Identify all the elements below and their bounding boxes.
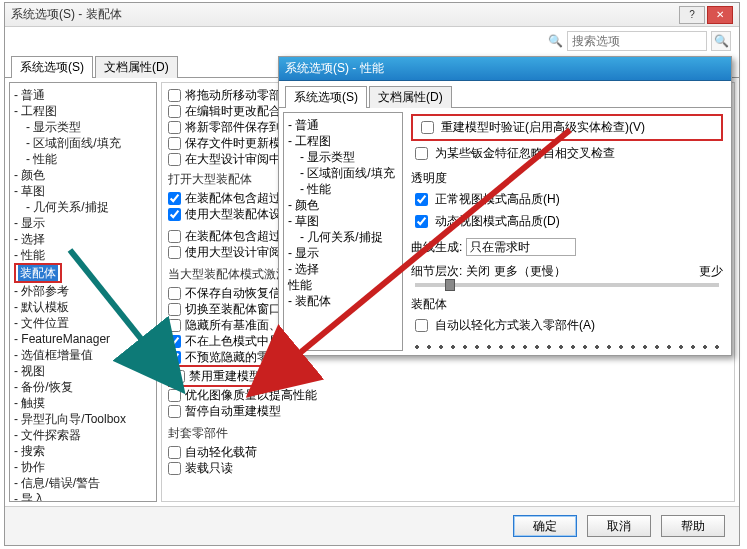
curve-mode-input[interactable] [466,238,576,256]
tree-item[interactable]: - 几何关系/捕捉 [286,229,400,245]
tree-item[interactable]: - 草图 [12,183,154,199]
tree-item[interactable]: - 工程图 [12,103,154,119]
tree-item[interactable]: - 协作 [12,459,154,475]
tree-item[interactable]: - 选择 [12,231,154,247]
search-bar: 🔍 🔍 [5,27,739,55]
tree-item[interactable]: 装配体 [12,263,154,283]
detail-slider[interactable] [415,283,719,287]
transparency-title: 透明度 [411,170,723,187]
detail-left: 关闭 [466,263,490,280]
chk-trans-normal[interactable] [415,193,428,206]
dialog-title: 系统选项(S) - 装配体 [11,6,679,23]
curve-label: 曲线生成: [411,239,462,256]
assembly-title: 装配体 [411,296,723,313]
dialog-buttons: 确定 取消 帮助 [5,506,739,545]
help-icon[interactable]: ? [679,6,705,24]
tree-item[interactable]: - 装配体 [286,293,400,309]
option-checkbox[interactable]: 自动轻化载荷 [168,444,728,460]
tree-item[interactable]: - 外部参考 [12,283,154,299]
option-checkbox[interactable]: 装载只读 [168,460,728,476]
search-button[interactable]: 🔍 [711,31,731,51]
tree-item[interactable]: - 显示类型 [12,119,154,135]
tree-item[interactable]: - 选择 [286,261,400,277]
tree-item[interactable]: - 颜色 [286,197,400,213]
tree-item[interactable]: - 文件探索器 [12,427,154,443]
tab-doc-properties[interactable]: 文档属性(D) [95,56,178,78]
tree-item[interactable]: - 普通 [12,87,154,103]
tab-bar-front: 系统选项(S) 文档属性(D) [279,85,731,108]
tree-item[interactable]: - 异型孔向导/Toolbox [12,411,154,427]
options-panel-front: 重建模型时验证(启用高级实体检查)(V) 为某些钣金特征忽略自相交叉检查 透明度… [407,112,727,351]
tree-item[interactable]: - 性能 [286,181,400,197]
tree-item[interactable]: - 显示类型 [286,149,400,165]
tree-item[interactable]: - 视图 [12,363,154,379]
tree-item[interactable]: - 颜色 [12,167,154,183]
tree-item[interactable]: - 触摸 [12,395,154,411]
tree-item[interactable]: - 草图 [286,213,400,229]
tree-item[interactable]: - 搜索 [12,443,154,459]
ok-button[interactable]: 确定 [513,515,577,537]
search-icon: 🔍 [548,34,563,48]
close-icon[interactable]: ✕ [707,6,733,24]
option-checkbox[interactable]: 优化图像质量以提高性能 [168,387,728,403]
chk-ignore-self-intersect[interactable] [415,147,428,160]
titlebar-front[interactable]: 系统选项(S) - 性能 [279,57,731,81]
option-checkbox[interactable]: 禁用重建模型检查 [172,368,285,384]
tree-item[interactable]: - 显示 [12,215,154,231]
tree-item[interactable]: - 选值框增量值 [12,347,154,363]
chk-trans-dynamic[interactable] [415,215,428,228]
chk-verify-on-rebuild[interactable] [421,121,434,134]
tree-item[interactable]: - 文件位置 [12,315,154,331]
dialog-title-front: 系统选项(S) - 性能 [285,60,725,77]
tree-item[interactable]: - 性能 [12,151,154,167]
tree-item[interactable]: - 默认模板 [12,299,154,315]
tab-system-options-front[interactable]: 系统选项(S) [285,86,367,108]
detail-label: 细节层次: [411,263,462,280]
tree-item[interactable]: 性能 [286,277,400,293]
option-checkbox[interactable]: 暂停自动重建模型 [168,403,728,419]
tree-item[interactable]: - 备份/恢复 [12,379,154,395]
search-input[interactable] [567,31,707,51]
category-tree[interactable]: - 普通- 工程图- 显示类型- 区域剖面线/填充- 性能- 颜色- 草图- 几… [9,82,157,502]
tree-item[interactable]: - 工程图 [286,133,400,149]
tab-system-options[interactable]: 系统选项(S) [11,56,93,78]
detail-right: 更少 [699,263,723,280]
tree-item[interactable]: - 普通 [286,117,400,133]
tree-item[interactable]: - 显示 [286,245,400,261]
cancel-button[interactable]: 取消 [587,515,651,537]
tree-item[interactable]: - 性能 [12,247,154,263]
detail-mid: 更多（更慢） [494,263,566,280]
highlight-disable-rebuild-check: 禁用重建模型检查 [168,365,289,387]
highlight-verify-on-rebuild: 重建模型时验证(启用高级实体检查)(V) [411,114,723,141]
tree-item[interactable]: - FeatureManager [12,331,154,347]
tree-item[interactable]: - 区域剖面线/填充 [12,135,154,151]
help-button[interactable]: 帮助 [661,515,725,537]
tree-item[interactable]: - 区域剖面线/填充 [286,165,400,181]
torn-edge-decor [411,340,723,349]
tree-item[interactable]: - 信息/错误/警告 [12,475,154,491]
tree-item[interactable]: - 导入 [12,491,154,502]
category-tree-front[interactable]: - 普通- 工程图- 显示类型- 区域剖面线/填充- 性能- 颜色- 草图- 几… [283,112,403,351]
tree-item[interactable]: - 几何关系/捕捉 [12,199,154,215]
dialog-system-options-performance: 系统选项(S) - 性能 系统选项(S) 文档属性(D) - 普通- 工程图- … [278,56,732,356]
titlebar[interactable]: 系统选项(S) - 装配体 ? ✕ [5,3,739,27]
chk-auto-lightweight[interactable] [415,319,428,332]
tab-doc-properties-front[interactable]: 文档属性(D) [369,86,452,108]
